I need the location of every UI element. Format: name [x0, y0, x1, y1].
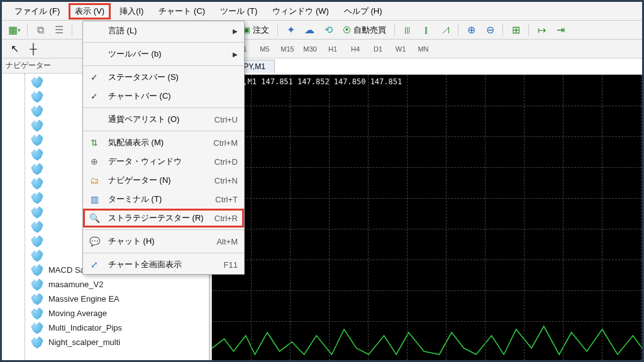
grid-line [212, 167, 642, 168]
tf-m5[interactable]: M5 [254, 42, 275, 56]
line-chart-button[interactable]: ⩘ [436, 23, 454, 38]
grid-line [407, 75, 408, 360]
separator [277, 24, 278, 36]
menu-item[interactable]: 言語 (L)▶ [83, 21, 244, 40]
tf-m30[interactable]: M30 [299, 42, 321, 56]
menu-item[interactable]: ▥ターミナル (T)Ctrl+T [83, 190, 244, 209]
zoom-out-button[interactable]: ⊖ [481, 23, 499, 38]
grid-line [212, 106, 642, 106]
candle-chart-button[interactable]: ⫿ [418, 23, 435, 38]
tf-mn[interactable]: MN [413, 42, 434, 56]
menu-insert[interactable]: 挿入(I) [113, 3, 150, 19]
tf-d1[interactable]: D1 [367, 42, 389, 56]
cloud-icon[interactable]: ☁ [301, 23, 318, 38]
crosshair-tool-button[interactable]: ┼ [25, 41, 42, 57]
grid-line [212, 198, 642, 199]
menu-item-label: チャートバー (C) [106, 90, 238, 102]
grid-line [524, 75, 525, 360]
menu-item-shortcut: Ctrl+N [214, 176, 238, 185]
check-icon [83, 87, 106, 106]
auto-scroll-button[interactable]: ⇥ [552, 23, 569, 38]
menu-tools[interactable]: ツール (T) [214, 3, 264, 19]
menu-item-label: 言語 (L) [106, 25, 228, 36]
separator [528, 24, 529, 36]
menu-icon-empty [83, 110, 106, 129]
list-item[interactable]: masamune_V2 [2, 277, 209, 292]
tf-h4[interactable]: H4 [345, 42, 366, 56]
separator [394, 24, 395, 36]
grid-line [446, 75, 447, 360]
tf-h1[interactable]: H1 [322, 42, 343, 56]
menu-item-label: データ・ウィンドウ [106, 156, 209, 167]
menu-item-shortcut: Alt+M [216, 237, 238, 246]
menu-separator [83, 107, 244, 108]
bar-chart-button[interactable]: ⫼ [399, 23, 416, 38]
menu-item-label: ストラテジーテスター (R) [106, 212, 209, 224]
signals-icon[interactable]: ⟲ [319, 23, 337, 38]
chat-icon: 💬 [83, 232, 106, 251]
target-icon: ⊕ [83, 152, 106, 171]
menu-item-label: チャート全画面表示 [106, 259, 219, 270]
view-menu-dropdown: 言語 (L)▶ツールバー (b)▶ステータスバー (S)チャートバー (C)通貨… [82, 21, 245, 275]
menu-item[interactable]: ⤢チャート全画面表示F11 [83, 255, 244, 274]
menu-item[interactable]: チャートバー (C) [83, 87, 244, 106]
menu-window[interactable]: ウィンドウ (W) [266, 3, 335, 19]
menu-icon-empty [83, 21, 106, 40]
menu-item[interactable]: 🗂ナビゲーター (N)Ctrl+N [83, 171, 244, 190]
separator [458, 24, 458, 36]
auto-trading-button[interactable]: ⦿自動売買 [338, 23, 391, 38]
grid-line [212, 229, 642, 229]
menu-item-label: ツールバー (b) [106, 48, 228, 60]
menu-item-label: 気配値表示 (M) [106, 137, 208, 148]
list-item-label: masamune_V2 [48, 280, 103, 289]
grid-line [212, 136, 642, 137]
grid-line [212, 290, 642, 291]
menu-separator [83, 42, 244, 43]
profiles-drop-button[interactable]: ☰ [50, 23, 68, 38]
market-icon: ⇅ [83, 133, 106, 152]
menu-item[interactable]: ツールバー (b)▶ [83, 45, 244, 63]
menu-separator [83, 253, 244, 253]
tf-w1[interactable]: W1 [390, 42, 411, 56]
metaquotes-icon[interactable]: ✦ [282, 23, 299, 38]
menu-item[interactable]: 通貨ペアリスト (O)Ctrl+U [83, 110, 244, 129]
menu-view[interactable]: 表示 (V) [69, 3, 111, 19]
tile-button[interactable]: ⊞ [507, 23, 525, 38]
grid-line [641, 75, 641, 360]
list-item[interactable]: Moving Average [2, 306, 209, 321]
chart-area: USDJPY,M1 USDJPY,M1 147.851 147.852 147.… [212, 58, 642, 360]
menu-item[interactable]: ⇅気配値表示 (M)Ctrl+M [83, 133, 244, 152]
menu-help[interactable]: ヘルプ (H) [338, 3, 389, 19]
menu-item[interactable]: 💬チャット (H)Alt+M [83, 232, 244, 251]
chart-canvas[interactable]: USDJPY,M1 147.851 147.852 147.850 147.85… [212, 75, 642, 360]
menu-file[interactable]: ファイル (F) [8, 3, 66, 19]
menu-item-label: ターミナル (T) [106, 194, 210, 205]
price-line [212, 320, 642, 358]
tf-m15[interactable]: M15 [277, 42, 298, 56]
list-item[interactable]: Massive Engine EA [2, 292, 209, 306]
chart-tab-bar: USDJPY,M1 [212, 58, 642, 75]
menu-item[interactable]: ⊕データ・ウィンドウCtrl+D [83, 152, 244, 171]
zoom-in-button[interactable]: ⊕ [462, 23, 480, 38]
menu-separator [83, 229, 244, 230]
profiles-button[interactable]: ⧉ [31, 23, 49, 38]
grid-line [602, 75, 602, 360]
grid-line [212, 321, 642, 322]
menu-chart[interactable]: チャート (C) [152, 3, 211, 19]
submenu-arrow-icon: ▶ [233, 28, 238, 35]
menu-item[interactable]: 🔍ストラテジーテスター (R)Ctrl+R [83, 209, 244, 228]
menu-item-shortcut: Ctrl+M [213, 138, 238, 148]
list-item[interactable]: Night_scalper_multi [2, 335, 209, 349]
menu-item-label: 通貨ペアリスト (O) [106, 114, 209, 125]
tester-icon: 🔍 [83, 209, 106, 228]
chart-shift-button[interactable]: ↦ [533, 23, 550, 38]
check-icon [83, 68, 106, 87]
menu-separator [83, 131, 244, 131]
grid-line [368, 75, 369, 360]
menu-item[interactable]: ステータスバー (S) [83, 68, 244, 87]
grid-line [290, 75, 291, 360]
submenu-arrow-icon: ▶ [233, 51, 238, 58]
list-item[interactable]: Multi_Indicator_Pips [2, 321, 209, 335]
new-chart-button[interactable]: ▦▾ [6, 23, 23, 38]
cursor-tool-button[interactable]: ↖ [6, 41, 23, 57]
